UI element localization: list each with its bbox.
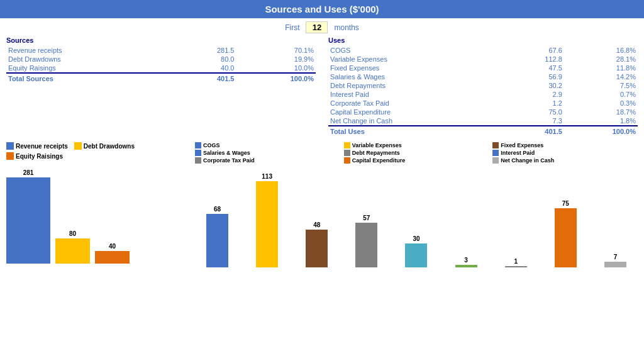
bar-group: 75 [555,173,577,267]
bar-group: 48 [306,173,328,267]
legend-label: Variable Expenses [352,142,402,148]
sources-total-value: 401.5 [175,73,236,83]
legend-label: Interest Paid [501,150,535,156]
uses-title: Uses [328,36,638,44]
legend-item: Equity Raisings [6,152,63,160]
uses-bar-chart: 68 113 48 57 30 3 1 75 7 [195,167,638,267]
table-row: Corporate Tax Paid1.20.3% [328,99,638,108]
bar-rect [455,265,477,267]
row-pct: 11.8% [564,64,638,72]
legend-item: Corporate Tax Paid [195,157,340,164]
row-value: 1.2 [507,99,564,108]
row-pct: 14.2% [564,72,638,81]
bar-rect [206,214,228,267]
row-label: Corporate Tax Paid [328,99,507,108]
table-row: Debt Repayments30.27.5% [328,81,638,90]
bar-rect [604,262,626,267]
bar-group: 3 [455,173,477,267]
sources-total-pct: 100.0% [236,73,316,83]
row-value: 67.6 [507,46,564,55]
sources-table: Revenue receipts281.570.1%Debt Drawdowns… [6,46,316,83]
row-label: Debt Drawdowns [6,55,175,64]
bar-rect [555,208,577,267]
legend-item: Debt Drawdowns [74,142,135,150]
sources-legend: Revenue receiptsDebt DrawdownsEquity Rai… [6,142,195,160]
legend-color [492,150,499,156]
legend-item: Interest Paid [492,150,638,156]
sources-total-label: Total Sources [6,73,175,83]
bar-value-label: 113 [262,173,272,180]
uses-total-label: Total Uses [328,126,507,136]
legend-item: Capital Expenditure [344,157,489,164]
table-row: Net Change in Cash7.31.8% [328,116,638,126]
legend-color [195,157,201,164]
bar-group: 30 [405,173,427,267]
row-value: 80.0 [175,55,236,64]
legend-label: COGS [203,142,220,148]
legend-color [6,152,14,160]
row-value: 7.3 [507,116,564,126]
row-pct: 1.8% [564,116,638,126]
bar-value-label: 68 [214,206,221,213]
bar-rect [256,181,278,267]
legend-color [195,142,201,148]
table-row: Salaries & Wages56.914.2% [328,72,638,81]
legend-label: Capital Expenditure [352,157,406,164]
months-label: months [335,23,359,32]
table-row: Revenue receipts281.570.1% [6,46,316,55]
months-input[interactable]: 12 [306,21,328,33]
legend-item: Salaries & Wages [195,150,340,156]
charts-section: Revenue receiptsDebt DrawdownsEquity Rai… [0,139,644,271]
row-value: 75.0 [507,108,564,116]
row-value: 30.2 [507,81,564,90]
bar-rect [505,266,527,267]
bar-group: 7 [604,173,626,267]
row-label: Revenue receipts [6,46,175,55]
legend-label: Corporate Tax Paid [203,157,255,164]
row-pct: 18.7% [564,108,638,116]
bar-group: 80 [55,169,90,264]
row-pct: 16.8% [564,46,638,55]
bar-rect [55,238,90,264]
row-pct: 10.0% [236,64,316,73]
bar-value-label: 30 [413,235,419,242]
legend-label: Net Change in Cash [501,157,554,164]
sources-title: Sources [6,36,316,44]
sources-panel: Sources Revenue receipts281.570.1%Debt D… [6,36,322,136]
uses-chart: COGSVariable ExpensesFixed ExpensesSalar… [195,142,638,267]
data-tables-section: Sources Revenue receipts281.570.1%Debt D… [0,36,644,136]
row-label: Interest Paid [328,90,507,99]
bar-value-label: 80 [69,230,76,237]
legend-label: Equity Raisings [16,153,63,160]
legend-color [492,142,499,148]
legend-label: Debt Drawdowns [84,143,135,150]
uses-total-pct: 100.0% [564,126,638,136]
table-row: Variable Expenses112.828.1% [328,55,638,64]
sources-chart: Revenue receiptsDebt DrawdownsEquity Rai… [6,142,195,267]
sources-bar-chart: 281 80 40 [6,163,195,264]
bar-value-label: 57 [363,215,370,221]
bar-value-label: 281 [23,169,34,176]
row-label: Variable Expenses [328,55,507,64]
row-pct: 7.5% [564,81,638,90]
first-label: First [285,23,299,32]
legend-label: Debt Repayments [352,150,400,156]
legend-label: Salaries & Wages [203,150,250,156]
bar-value-label: 40 [109,243,116,250]
row-label: Capital Expenditure [328,108,507,116]
row-label: Fixed Expenses [328,64,507,72]
row-value: 112.8 [507,55,564,64]
legend-color [344,157,350,164]
table-row: Capital Expenditure75.018.7% [328,108,638,116]
uses-total-value: 401.5 [507,126,564,136]
bar-value-label: 7 [614,254,618,260]
uses-total-row: Total Uses 401.5 100.0% [328,126,638,136]
legend-item: Variable Expenses [344,142,489,148]
legend-color [344,150,350,156]
legend-label: Revenue receipts [16,143,68,150]
months-selector-row: First 12 months [0,18,644,36]
row-pct: 0.7% [564,90,638,99]
legend-color [6,142,14,150]
bar-value-label: 48 [313,221,320,228]
legend-label: Fixed Expenses [501,142,543,148]
